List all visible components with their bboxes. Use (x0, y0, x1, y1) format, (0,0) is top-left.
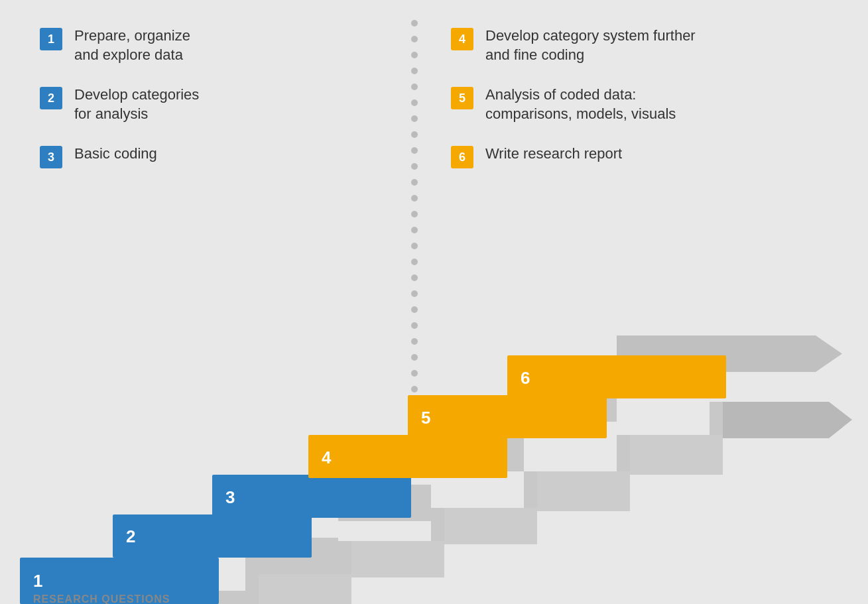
legend-text-6: Write research report (485, 145, 622, 164)
legend-text-4: Develop category system furtherand fine … (485, 27, 696, 64)
research-questions-label: RESEARCH QUESTIONS (33, 593, 170, 604)
legend-item-3: 3 Basic coding (40, 145, 199, 168)
badge-6: 6 (451, 146, 473, 168)
legend-item-5: 5 Analysis of coded data:comparisons, mo… (451, 86, 696, 123)
step-6-orange (507, 355, 726, 398)
badge-5: 5 (451, 87, 473, 109)
legend-item-6: 6 Write research report (451, 145, 696, 168)
legend-item-1: 1 Prepare, organizeand explore data (40, 27, 199, 64)
step-3-blue (212, 475, 411, 518)
legend-item-4: 4 Develop category system furtherand fin… (451, 27, 696, 64)
badge-4: 4 (451, 28, 473, 50)
legend-left: 1 Prepare, organizeand explore data 2 De… (40, 27, 199, 190)
legend-text-2: Develop categoriesfor analysis (74, 86, 199, 123)
step-5-orange (408, 395, 607, 438)
main-container: 1 Prepare, organizeand explore data 2 De… (0, 0, 868, 604)
legend-text-5: Analysis of coded data:comparisons, mode… (485, 86, 676, 123)
step-4-orange (308, 435, 507, 478)
step-4-label: 4 (322, 448, 332, 467)
legend-text-1: Prepare, organizeand explore data (74, 27, 190, 64)
legend-right: 4 Develop category system furtherand fin… (451, 27, 696, 190)
badge-3: 3 (40, 146, 62, 168)
step-2-blue (113, 514, 312, 558)
step-2-label: 2 (126, 526, 135, 546)
badge-1: 1 (40, 28, 62, 50)
step-6-label: 6 (521, 368, 530, 388)
arrow-gray (723, 402, 852, 438)
legend-item-2: 2 Develop categoriesfor analysis (40, 86, 199, 123)
step-3-label: 3 (225, 487, 235, 507)
step-1-label: 1 (33, 571, 42, 591)
badge-2: 2 (40, 87, 62, 109)
staircase-diagram: 1 2 3 4 5 6 RESEARCH QUESTIONS (0, 239, 868, 604)
step-5-label: 5 (421, 408, 430, 428)
legend-text-3: Basic coding (74, 145, 157, 164)
